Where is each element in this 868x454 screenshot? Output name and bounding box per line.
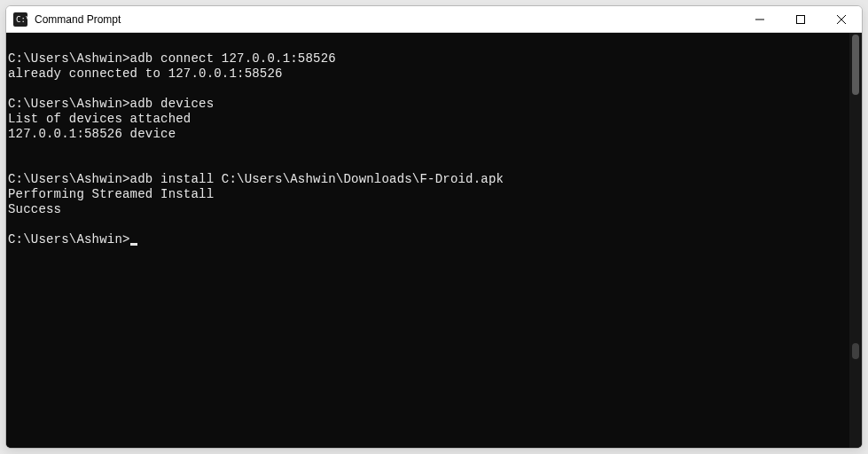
terminal-line: Performing Streamed Install [8,187,849,202]
terminal-line: Success [8,202,849,217]
terminal-line: already connected to 127.0.0.1:58526 [8,67,849,82]
terminal-line: C:\Users\Ashwin>adb install C:\Users\Ash… [8,172,849,187]
titlebar[interactable]: C:\ Command Prompt [6,6,862,33]
terminal-line: C:\Users\Ashwin>adb devices [8,97,849,112]
scrollbar-thumb[interactable] [852,35,859,95]
window-controls [739,6,862,32]
terminal-scrollbar[interactable] [849,33,862,448]
terminal-output[interactable]: C:\Users\Ashwin>adb connect 127.0.0.1:58… [6,33,849,448]
terminal-line: C:\Users\Ashwin>adb connect 127.0.0.1:58… [8,51,849,67]
terminal-area: C:\Users\Ashwin>adb connect 127.0.0.1:58… [6,33,862,448]
svg-text:C:\: C:\ [16,15,27,24]
cursor-icon [130,243,137,246]
terminal-line [8,36,849,51]
close-button[interactable] [821,6,862,32]
terminal-line [8,217,849,232]
terminal-line: 127.0.0.1:58526 device [8,127,849,142]
command-prompt-window: C:\ Command Prompt C:\Users\Ashwin>adb c… [5,5,863,449]
terminal-line: C:\Users\Ashwin> [8,232,849,247]
terminal-line: List of devices attached [8,112,849,127]
terminal-line [8,82,849,97]
window-title: Command Prompt [35,13,739,26]
terminal-line [8,142,849,157]
minimize-button[interactable] [739,6,780,32]
scrollbar-thumb-secondary[interactable] [852,343,859,359]
svg-rect-3 [797,15,805,23]
terminal-line [8,157,849,172]
maximize-button[interactable] [780,6,821,32]
cmd-app-icon: C:\ [13,12,27,27]
